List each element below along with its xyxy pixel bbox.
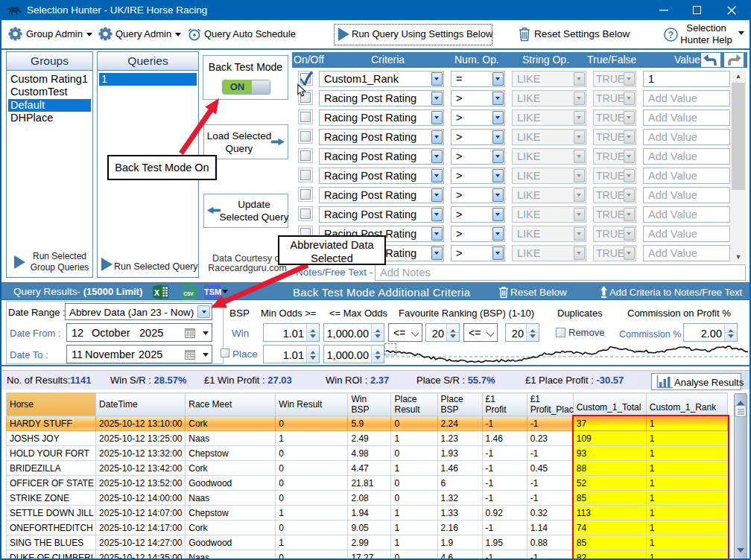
svg-text:X: X	[154, 288, 160, 297]
svg-text:CSV: CSV	[183, 291, 194, 296]
svg-text:?: ?	[668, 30, 674, 40]
